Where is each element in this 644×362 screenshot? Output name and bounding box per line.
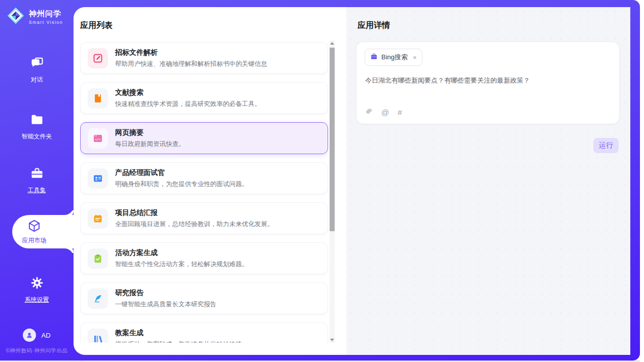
sidebar-item-chat[interactable]: 对话 xyxy=(0,56,74,84)
sidebar-item-app-market[interactable]: 应用市场 xyxy=(12,215,74,248)
sidebar-item-settings[interactable]: 系统设置 xyxy=(0,276,74,304)
app-card-title: 教案生成 xyxy=(115,329,242,338)
clipboard-check-icon xyxy=(88,248,108,269)
calendar-icon xyxy=(88,208,108,229)
app-card-desc: 每日政府新闻资讯快查。 xyxy=(115,140,185,149)
list-item-web-summary[interactable]: </> 网页摘要 每日政府新闻资讯快查。 xyxy=(80,122,328,154)
tool-tag-bing-search[interactable]: Bing搜索 × xyxy=(365,49,422,66)
run-button[interactable]: 运行 xyxy=(593,138,619,153)
sidebar-item-smart-folder[interactable]: 智能文件夹 xyxy=(0,113,74,141)
app-card-list: 招标文件解析 帮助用户快速、准确地理解和解析招标书中的关键信息 文献搜索 快速精… xyxy=(80,42,328,343)
sidebar-item-label: 应用市场 xyxy=(22,236,47,245)
user-name: AD xyxy=(41,332,50,339)
books-icon xyxy=(88,329,108,343)
sidebar-item-label: 工具集 xyxy=(28,186,46,195)
app-card-desc: 模板驱动，教案秒成，教学准备从此轻松快捷 xyxy=(115,340,242,343)
list-item-lesson-plan[interactable]: 教案生成 模板驱动，教案秒成，教学准备从此轻松快捷 xyxy=(80,322,328,343)
brand-title: 神州问学 xyxy=(29,9,63,19)
editor-toolbar: @ # xyxy=(365,107,402,117)
app-card-desc: 明确身份和职责，为您提供专业性的面试问题。 xyxy=(115,180,248,189)
list-item-literature-search[interactable]: 文献搜索 快速精准查找学术资源，提高研究效率的必备工具。 xyxy=(80,82,328,114)
app-card-title: 产品经理面试官 xyxy=(115,168,248,177)
bid-doc-icon xyxy=(88,48,108,68)
app-list-panel: 应用列表 招标文件解析 帮助用户快速、准确地理解和解析招标书中的关键信息 xyxy=(74,7,346,355)
resume-icon xyxy=(88,168,108,189)
briefcase-icon xyxy=(370,53,378,62)
brand-logo: 神州问学 Smart Vision xyxy=(6,6,63,27)
app-list-title: 应用列表 xyxy=(80,20,113,31)
gear-icon xyxy=(30,276,44,292)
scrollbar-thumb[interactable] xyxy=(330,48,335,231)
user-account[interactable]: AD xyxy=(0,329,74,342)
list-item-research-report[interactable]: 研究报告 一键智能生成高质量长文本研究报告 xyxy=(80,282,328,314)
app-card-desc: 快速精准查找学术资源，提高研究效率的必备工具。 xyxy=(115,100,261,108)
book-icon xyxy=(88,88,108,108)
list-item-project-summary[interactable]: 项目总结汇报 全面回顾项目进展，总结经验教训，助力未来优化发展。 xyxy=(80,202,328,234)
attachment-icon[interactable] xyxy=(365,107,373,117)
scroll-up-arrow-icon[interactable] xyxy=(330,42,334,45)
scroll-down-arrow-icon[interactable] xyxy=(330,339,334,341)
app-card-title: 项目总结汇报 xyxy=(115,208,274,218)
list-scrollbar[interactable] xyxy=(330,41,335,343)
app-card-title: 活动方案生成 xyxy=(115,248,248,258)
list-item-bid-parse[interactable]: 招标文件解析 帮助用户快速、准确地理解和解析招标书中的关键信息 xyxy=(80,42,328,74)
app-card-title: 文献搜索 xyxy=(115,88,261,97)
sidebar-item-label: 对话 xyxy=(31,76,43,84)
sidebar-item-label: 智能文件夹 xyxy=(22,132,52,141)
app-card-title: 网页摘要 xyxy=(115,128,185,137)
sidebar-item-toolset[interactable]: 工具集 xyxy=(0,166,74,195)
app-card-title: 招标文件解析 xyxy=(115,48,267,57)
query-editor-card: Bing搜索 × 今日湖北有哪些新闻要点？有哪些需要关注的最新政策？ @ # xyxy=(356,42,620,124)
sidebar-item-label: 系统设置 xyxy=(25,296,49,304)
app-card-title: 研究报告 xyxy=(115,288,217,298)
toolbox-icon xyxy=(30,166,44,182)
quill-icon xyxy=(88,288,108,309)
app-card-desc: 智能生成个性化活动方案，轻松解决规划难题。 xyxy=(115,260,248,269)
diamond-logo-icon xyxy=(6,6,25,27)
query-textarea[interactable]: 今日湖北有哪些新闻要点？有哪些需要关注的最新政策？ xyxy=(365,76,611,86)
app-card-desc: 一键智能生成高质量长文本研究报告 xyxy=(115,300,217,309)
list-item-activity-plan[interactable]: 活动方案生成 智能生成个性化活动方案，轻松解决规划难题。 xyxy=(80,242,328,274)
mention-icon[interactable]: @ xyxy=(381,108,389,117)
cube-icon xyxy=(27,219,41,234)
copyright-footer: ©神州数码·神州问学出品 xyxy=(0,347,74,354)
app-window: 神州问学 Smart Vision 对话 智能文件夹 xyxy=(0,0,644,362)
tool-tag-label: Bing搜索 xyxy=(381,53,408,62)
folder-icon xyxy=(30,113,44,128)
sidebar: 神州问学 Smart Vision 对话 智能文件夹 xyxy=(0,0,74,360)
window-bottom-edge xyxy=(0,360,640,361)
close-icon[interactable]: × xyxy=(413,54,417,61)
app-card-desc: 帮助用户快速、准确地理解和解析招标书中的关键信息 xyxy=(115,60,267,68)
hash-icon[interactable]: # xyxy=(398,108,402,117)
brand-subtitle: Smart Vision xyxy=(29,20,63,25)
app-detail-title: 应用详情 xyxy=(357,20,390,31)
web-page-icon: </> xyxy=(88,128,108,149)
chat-icon xyxy=(30,56,44,71)
avatar xyxy=(23,329,36,342)
app-card-desc: 全面回顾项目进展，总结经验教训，助力未来优化发展。 xyxy=(115,220,274,229)
app-detail-panel: 应用详情 Bing搜索 × 今日湖北有哪些新闻要点？有哪些需要关注的最新政策？ xyxy=(346,7,630,355)
svg-text:</>: </> xyxy=(95,137,101,141)
list-item-pm-interviewer[interactable]: 产品经理面试官 明确身份和职责，为您提供专业性的面试问题。 xyxy=(80,162,328,194)
